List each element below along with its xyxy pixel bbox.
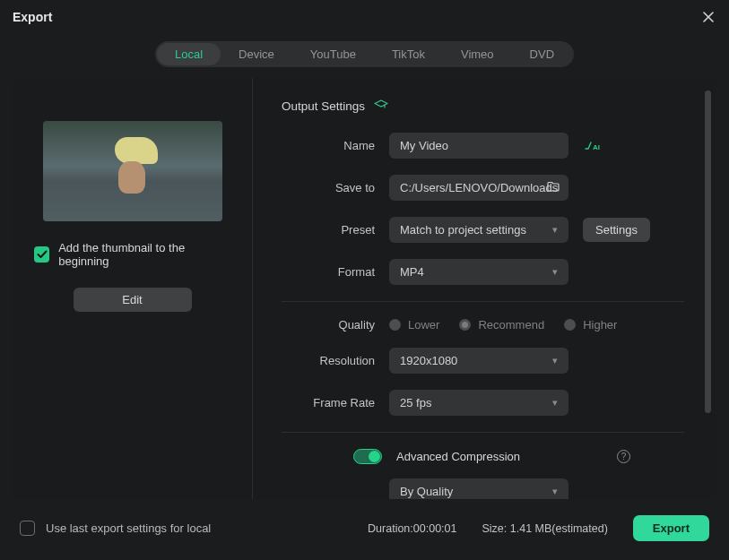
tab-youtube[interactable]: YouTube <box>292 43 374 65</box>
folder-icon[interactable] <box>547 181 560 194</box>
add-thumbnail-checkbox[interactable] <box>34 246 49 263</box>
resolution-label: Resolution <box>282 354 389 367</box>
use-last-settings-label: Use last export settings for local <box>46 521 211 535</box>
edit-button[interactable]: Edit <box>74 288 192 312</box>
size-info: Size: 1.41 MB(estimated) <box>482 522 607 535</box>
preset-value: Match to project settings <box>400 223 526 237</box>
use-last-settings-checkbox[interactable] <box>20 521 35 536</box>
scrollbar[interactable] <box>705 90 711 413</box>
framerate-value: 25 fps <box>400 396 431 409</box>
format-select[interactable]: MP4 ▾ <box>389 259 568 285</box>
quality-label: Quality <box>282 318 389 332</box>
quality-recommend-radio[interactable]: Recommend <box>459 318 544 332</box>
thumbnail-preview[interactable] <box>43 121 222 221</box>
preset-label: Preset <box>282 223 389 237</box>
resolution-select[interactable]: 1920x1080 ▾ <box>389 348 568 374</box>
add-thumbnail-label: Add the thumbnail to the beginning <box>58 241 230 268</box>
advanced-compression-toggle[interactable] <box>353 449 382 464</box>
framerate-select[interactable]: 25 fps ▾ <box>389 390 568 416</box>
format-value: MP4 <box>400 265 424 279</box>
name-input[interactable] <box>389 133 568 159</box>
tab-local[interactable]: Local <box>157 43 221 65</box>
window-title: Export <box>13 10 52 24</box>
chevron-down-icon: ▾ <box>552 397 558 409</box>
quality-lower-radio[interactable]: Lower <box>389 318 439 332</box>
name-label: Name <box>282 139 389 152</box>
ai-icon[interactable]: AI <box>585 140 603 152</box>
compression-mode-value: By Quality <box>400 485 453 498</box>
resolution-value: 1920x1080 <box>400 354 457 367</box>
tab-device[interactable]: Device <box>221 43 292 65</box>
close-icon[interactable] <box>700 9 716 25</box>
quality-higher-radio[interactable]: Higher <box>564 318 617 332</box>
tab-dvd[interactable]: DVD <box>512 43 572 65</box>
duration-info: Duration:00:00:01 <box>368 522 456 535</box>
chevron-down-icon: ▾ <box>552 355 558 366</box>
divider <box>282 301 684 302</box>
chevron-down-icon: ▾ <box>552 486 558 497</box>
export-tabs: Local Device YouTube TikTok Vimeo DVD <box>155 41 574 67</box>
help-icon[interactable]: ? <box>617 450 630 463</box>
saveto-label: Save to <box>282 181 389 194</box>
tab-vimeo[interactable]: Vimeo <box>443 43 512 65</box>
format-label: Format <box>282 265 389 279</box>
saveto-input[interactable]: C:/Users/LENOVO/Downloads <box>389 175 568 201</box>
compression-mode-select[interactable]: By Quality ▾ <box>389 478 568 499</box>
chevron-down-icon: ▾ <box>552 266 558 278</box>
framerate-label: Frame Rate <box>282 396 389 409</box>
svg-text:AI: AI <box>593 143 600 151</box>
output-settings-header: Output Settings <box>282 99 365 113</box>
preset-select[interactable]: Match to project settings ▾ <box>389 217 568 243</box>
divider <box>282 432 684 433</box>
preset-settings-button[interactable]: Settings <box>583 218 650 242</box>
export-button[interactable]: Export <box>633 515 709 541</box>
education-icon <box>374 99 388 113</box>
tab-tiktok[interactable]: TikTok <box>374 43 443 65</box>
advanced-compression-label: Advanced Compression <box>396 450 520 463</box>
chevron-down-icon: ▾ <box>552 224 558 236</box>
